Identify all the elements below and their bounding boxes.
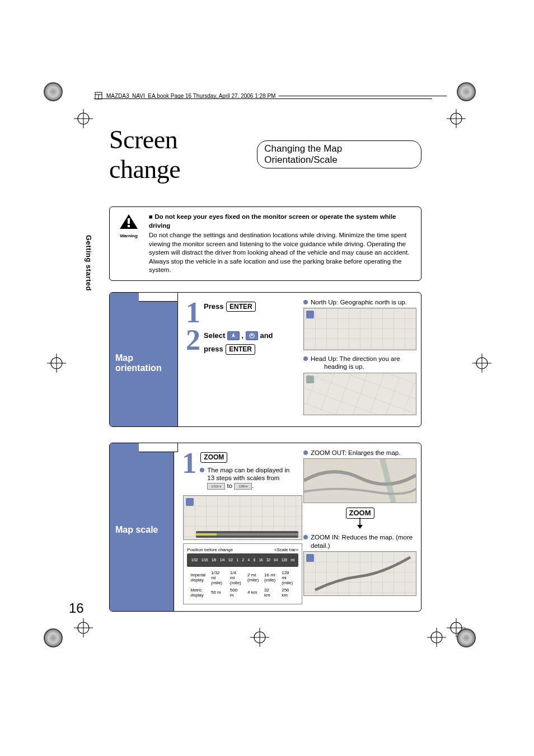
step-number-2: 2 — [184, 329, 200, 351]
step2-select: Select — [204, 331, 225, 340]
register-mark — [447, 618, 466, 637]
scale-period: . — [252, 482, 254, 489]
scale-bar-label: <Scale bar> — [274, 547, 298, 552]
head-up-desc-l1: Head Up: The direction you are — [311, 355, 400, 362]
step1-press: Press — [204, 302, 223, 310]
page-number: 16 — [69, 600, 84, 616]
crop-ring — [44, 628, 63, 647]
step2-comma: , — [242, 331, 244, 340]
register-mark — [472, 354, 491, 373]
corner-notch — [139, 443, 178, 452]
step2-press: press — [204, 345, 223, 353]
scale-table-panel: Position before change <Scale bar> 1/32 … — [183, 543, 302, 604]
bullet-icon — [303, 356, 308, 361]
crop-ring — [44, 82, 63, 101]
section-map-scale: Map scale 1 ZOOM The map can be displaye… — [109, 443, 421, 612]
step2-and: and — [260, 331, 273, 340]
register-mark — [427, 628, 446, 647]
map-thumb-zoom-in — [303, 551, 416, 596]
bullet-icon — [303, 300, 308, 304]
scale-unit-table: Imperialdisplay 1/32 mi(mile) 1/4 mi(mil… — [187, 569, 298, 599]
enter-button-label: ENTER — [226, 302, 256, 312]
register-mark — [74, 109, 93, 128]
register-mark — [74, 618, 93, 637]
zoom-out-desc: ZOOM OUT: Enlarges the map. — [311, 449, 400, 457]
step-number-1: 1 — [180, 452, 196, 474]
register-mark — [47, 354, 66, 373]
warning-body: Do not change the settings and destinati… — [149, 231, 413, 275]
crop-ring — [457, 82, 476, 101]
zoom-button-label: ZOOM — [200, 452, 227, 463]
north-up-desc: North Up: Geographic north is up. — [311, 298, 407, 306]
map-thumb-north-up — [303, 308, 416, 350]
warning-heading: Do not keep your eyes fixed on the monit… — [149, 213, 396, 229]
north-up-icon — [227, 331, 240, 340]
book-meta-underline — [94, 98, 432, 99]
scale-ruler: 1/32 1/16 1/8 1/4 1/2 1 2 4 8 16 32 64 1… — [187, 553, 298, 567]
pos-before-label: Position before change — [187, 547, 233, 552]
scale-note-l1: The map can be displayed in — [207, 467, 289, 473]
book-meta-text: MAZDA3_NAVI_EA.book Page 16 Thursday, Ap… — [106, 93, 275, 99]
warning-label: Warning — [115, 233, 142, 240]
section-title-l2: orientation — [115, 363, 162, 373]
register-mark — [250, 628, 269, 647]
section-title: Map scale — [115, 525, 158, 535]
svg-marker-35 — [357, 525, 363, 529]
zoom-button-label-center: ZOOM — [346, 508, 374, 519]
svg-rect-29 — [128, 225, 130, 227]
bullet-icon — [303, 535, 308, 539]
scale-note-l2: 13 steps with scales from — [207, 475, 279, 481]
enter-button-label-2: ENTER — [226, 344, 255, 355]
map-screenshot-with-scalebar — [183, 495, 302, 540]
scale-to: to — [227, 482, 233, 489]
head-up-desc-l2: heading is up. — [324, 363, 364, 370]
svg-rect-28 — [128, 218, 130, 224]
scale-chip-min: 1/32mi — [207, 483, 225, 490]
warning-icon: Warning — [115, 214, 142, 239]
arrow-down-icon — [303, 518, 416, 530]
page-title: Screen change — [109, 125, 251, 184]
step-number-1: 1 — [184, 302, 200, 323]
warning-box: Warning ■ Do not keep your eyes fixed on… — [109, 206, 421, 281]
map-thumb-zoom-out — [303, 458, 416, 503]
section-title-l1: Map — [115, 353, 133, 363]
register-mark — [447, 109, 466, 128]
page-subtitle: Changing the Map Orientation/Scale — [257, 140, 421, 168]
bullet-icon — [200, 468, 204, 472]
side-tab-label: Getting started — [85, 235, 93, 291]
section-sidebar: Map scale — [110, 443, 174, 611]
section-sidebar: Map orientation — [110, 293, 178, 426]
section-map-orientation: Map orientation 1 Press ENTER 2 Select — [109, 292, 421, 427]
bullet-icon — [303, 450, 308, 455]
heading-up-icon — [246, 331, 258, 340]
scale-chip-max: 128mi — [234, 483, 252, 490]
corner-notch — [139, 293, 178, 302]
zoom-in-desc: ZOOM IN: Reduces the map. (more detail.) — [311, 533, 416, 550]
svg-marker-30 — [232, 333, 235, 337]
map-thumb-head-up — [303, 373, 416, 415]
